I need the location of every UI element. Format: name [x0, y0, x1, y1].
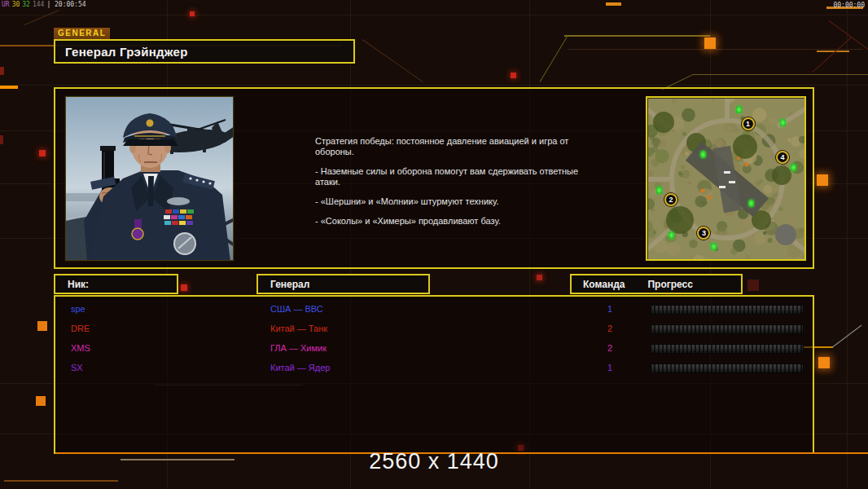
player-general: ГЛА — Химик: [270, 343, 327, 353]
briefing-line: - «Соколы» и «Химеры» продавливают базу.: [315, 216, 589, 227]
player-general: США — ВВС: [270, 304, 323, 314]
general-header-label: Генерал: [270, 279, 309, 290]
player-nick: spe: [71, 304, 85, 314]
map-start-position-1: 1: [742, 117, 755, 130]
general-column-header: Генерал: [256, 274, 430, 294]
player-nick: DRE: [71, 324, 90, 333]
player-team: 2: [601, 343, 619, 353]
player-rows: speСША — ВВС1DREКитай — Танк2XMSГЛА — Хи…: [55, 297, 813, 452]
player-general: Китай — Танк: [270, 324, 327, 333]
player-row: DREКитай — Танк2: [55, 319, 813, 339]
general-title-box: Генерал Грэйнджер: [54, 39, 355, 64]
player-progress-bar: [651, 363, 804, 373]
debug-part: 32: [22, 1, 30, 8]
general-name: Генерал Грэйнджер: [65, 45, 188, 59]
player-nick: XMS: [71, 343, 90, 353]
briefing-line: Стратегия победы: постоянное давление ав…: [315, 136, 589, 157]
debug-part: | 20:00:54: [46, 1, 85, 8]
map-supply-marker: [669, 231, 674, 239]
briefing-line: - Наземные силы и оборона помогут вам сд…: [315, 166, 589, 187]
debug-part: 30: [12, 1, 20, 8]
general-tab-label: GENERAL: [54, 28, 110, 39]
briefing-line: - «Шершни» и «Молнии» штурмуют технику.: [315, 196, 589, 207]
player-row: SXКитай — Ядер1: [55, 359, 813, 378]
player-team: 2: [601, 324, 619, 333]
player-row: speСША — ВВС1: [55, 300, 813, 319]
team-header-label: Команда: [583, 279, 625, 290]
player-team: 1: [601, 304, 619, 314]
map-supply-marker: [656, 187, 662, 194]
player-progress-bar: [651, 324, 804, 334]
player-progress-bar: [651, 344, 804, 354]
progress-header-label: Прогресс: [647, 279, 692, 290]
resolution-label: 2560 x 1440: [0, 449, 868, 474]
debug-part: UR: [2, 1, 10, 8]
match-timer: 00:00:00: [833, 2, 865, 9]
nick-column-header: Ник:: [54, 274, 178, 294]
debug-overlay: UR3032144| 20:00:54: [2, 1, 89, 8]
map-supply-marker: [780, 119, 786, 126]
map-supply-marker: [700, 151, 706, 158]
general-portrait: [65, 96, 234, 261]
player-general: Китай — Ядер: [270, 363, 330, 372]
player-row: XMSГЛА — Химик2: [55, 339, 813, 359]
player-team: 1: [601, 363, 619, 372]
nick-header-label: Ник:: [68, 279, 89, 290]
team-progress-column-header: Команда Прогресс: [570, 274, 743, 294]
map-supply-marker: [748, 200, 754, 207]
player-progress-bar: [651, 305, 804, 315]
map-preview: 1423: [646, 96, 806, 261]
map-supply-marker: [791, 164, 796, 171]
debug-part: 144: [33, 1, 44, 8]
map-supply-marker: [711, 243, 717, 250]
portrait-illustration: [66, 97, 234, 261]
player-nick: SX: [71, 363, 83, 372]
briefing-panel: Стратегия победы: постоянное давление ав…: [54, 87, 814, 269]
players-panel: speСША — ВВС1DREКитай — Танк2XMSГЛА — Хи…: [54, 295, 814, 454]
map-supply-marker: [736, 106, 742, 113]
map-start-position-2: 2: [664, 193, 677, 206]
strategy-briefing: Стратегия победы: постоянное давление ав…: [315, 136, 589, 236]
